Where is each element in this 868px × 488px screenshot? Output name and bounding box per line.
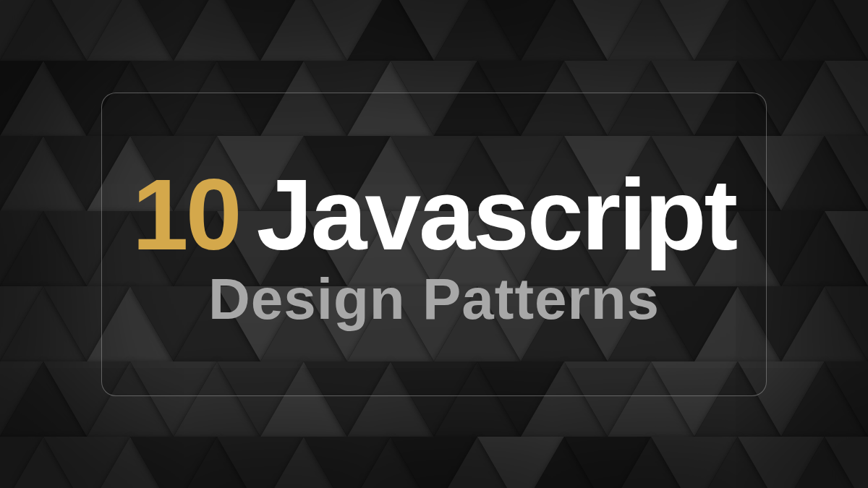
title-main-word: Javascript (257, 156, 736, 273)
title-subtitle: Design Patterns (208, 266, 660, 333)
title-number: 10 (132, 156, 239, 273)
title-frame: 10 Javascript Design Patterns (101, 93, 767, 396)
title-line: 10 Javascript (132, 156, 736, 273)
